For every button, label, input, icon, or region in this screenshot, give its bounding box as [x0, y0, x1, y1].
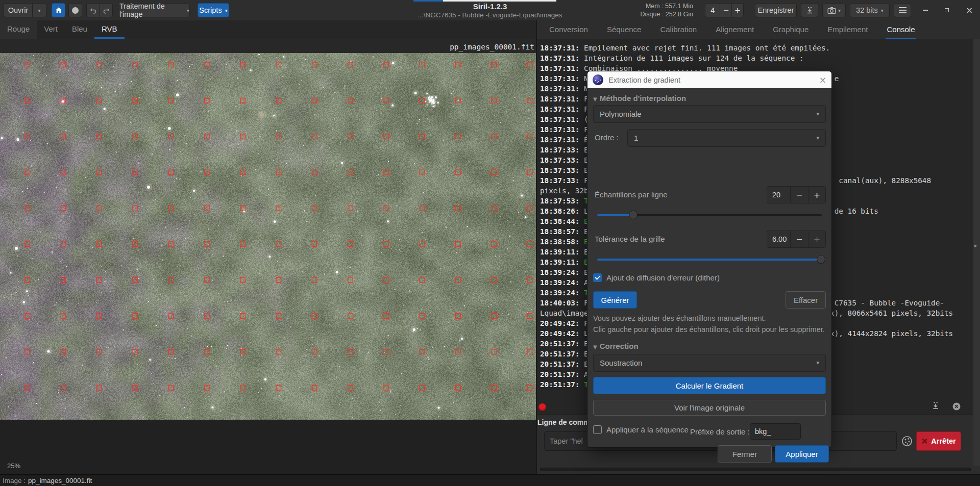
samples-help-line2: Clic gauche pour ajouter des échantillon… [593, 325, 825, 334]
tolerance-increment-button[interactable]: + [808, 231, 825, 247]
clear-samples-button[interactable]: Effacer [786, 291, 826, 309]
image-canvas[interactable] [0, 53, 536, 420]
image-area-background [0, 420, 536, 474]
prefix-input[interactable] [750, 423, 801, 440]
tab-bleu[interactable]: Bleu [65, 20, 94, 39]
open-button[interactable]: Ouvrir [4, 3, 32, 17]
correction-select[interactable]: Soustraction ▾ [593, 354, 826, 372]
expander-icon: ▼ [593, 96, 597, 102]
home-button[interactable] [52, 3, 65, 17]
samples-decrement-button[interactable]: − [790, 187, 807, 203]
save-as-button[interactable] [801, 3, 818, 17]
interpolation-select[interactable]: Polynomiale ▾ [593, 105, 826, 123]
tab-vert[interactable]: Vert [37, 20, 65, 39]
dither-checkbox[interactable] [593, 273, 602, 282]
clear-console-button[interactable] [950, 400, 963, 413]
tab-console[interactable]: Console [886, 20, 916, 39]
interpolation-section-header[interactable]: ▼Méthode d'interpolation [593, 94, 686, 103]
chevron-down-icon: ▾ [816, 135, 819, 141]
interpolation-value: Polynomiale [600, 110, 642, 118]
dialog-apply-button[interactable]: Appliquer [775, 445, 829, 463]
threads-spinner[interactable]: 4 − + [705, 3, 744, 17]
statusbar-image-label: Image : [3, 477, 26, 484]
dialog-titlebar[interactable]: Extraction de gradient × [587, 71, 831, 88]
expand-panel-icon: ▸ [974, 242, 977, 249]
stop-button-label: Arrêter [931, 437, 955, 445]
bit-depth-button[interactable]: 32 bits ▾ [850, 3, 890, 17]
view-original-button[interactable]: Voir l'image originale [593, 400, 826, 416]
order-select[interactable]: 1 ▾ [627, 129, 826, 147]
samples-slider[interactable] [597, 214, 822, 216]
generate-samples-button[interactable]: Générer [593, 291, 637, 309]
correction-section-header[interactable]: ▼Correction [593, 342, 639, 350]
close-window-button[interactable]: × [962, 3, 977, 17]
tab-alignement[interactable]: Alignement [715, 20, 755, 39]
stop-x-icon [921, 438, 927, 444]
correction-value: Soustraction [600, 359, 642, 367]
tolerance-decrement-button[interactable]: − [790, 231, 807, 247]
tolerance-slider[interactable] [597, 259, 822, 261]
statusbar: Image : pp_images_00001.fit [0, 474, 980, 486]
scripts-menu-button[interactable]: Scripts ▾ [198, 3, 229, 17]
command-help-button[interactable] [900, 434, 914, 448]
samples-slider-knob[interactable] [629, 211, 638, 219]
channel-tabbar: RougeVertBleuRVB [0, 20, 536, 39]
console-line: 18:37:31: Empilement avec rejet fini. 11… [540, 43, 975, 53]
hamburger-icon [899, 7, 906, 8]
record-button[interactable] [68, 3, 82, 17]
order-label: Ordre : [595, 133, 619, 142]
tolerance-value: 6.00 [767, 231, 790, 247]
tab-conversion[interactable]: Conversion [548, 20, 589, 39]
apply-sequence-row[interactable]: Appliquer à la séquence [593, 425, 689, 434]
samples-increment-button[interactable]: + [808, 187, 825, 203]
undo-button[interactable] [86, 3, 100, 17]
tab-graphique[interactable]: Graphique [772, 20, 810, 39]
chevron-down-icon: ▾ [187, 8, 189, 13]
save-button[interactable]: Enregistrer [755, 3, 797, 17]
minimize-button[interactable] [918, 3, 933, 17]
statusbar-image-value: pp_images_00001.fit [28, 477, 92, 484]
stop-button[interactable]: Arrêter [916, 431, 961, 451]
panel-splitter-handle[interactable]: ▸ [973, 39, 980, 466]
redo-icon [102, 6, 110, 14]
window-title: Siril-1.2.3 [388, 2, 592, 11]
threads-value: 4 [705, 4, 720, 17]
restore-button[interactable] [939, 3, 954, 17]
dialog-close-button[interactable]: Fermer [718, 445, 772, 463]
dialog-title: Extraction de gradient [608, 76, 680, 84]
open-options-button[interactable]: ▾ [32, 3, 46, 17]
image-processing-label: Traitement de l'image [119, 2, 184, 18]
tab-sequence[interactable]: Séquence [606, 20, 643, 39]
apply-sequence-label: Appliquer à la séquence [606, 425, 689, 434]
hamburger-menu-button[interactable] [894, 3, 911, 17]
dither-checkbox-row[interactable]: Ajout de diffusion d'erreur (dither) [593, 273, 720, 282]
console-line: 18:37:31: Intégration de 111 images sur … [540, 53, 975, 63]
tolerance-slider-knob[interactable] [817, 255, 825, 264]
samples-label: Échantillons par ligne [595, 190, 668, 199]
tab-calibration[interactable]: Calibration [659, 20, 698, 39]
working-directory: ...\NGC7635 - Bubble -Evoguide-Lquad\ima… [388, 11, 592, 19]
threads-decrement-button[interactable]: − [720, 4, 731, 17]
samples-spinbox[interactable]: 20 − + [767, 186, 826, 203]
status-led [538, 403, 546, 411]
export-log-button[interactable] [929, 400, 942, 412]
tab-empilement[interactable]: Empilement [826, 20, 869, 39]
image-filename-label: pp_images_00001.fit [450, 43, 534, 51]
snapshot-button[interactable]: ▾ [822, 3, 846, 17]
record-icon [72, 7, 79, 14]
tolerance-spinbox[interactable]: 6.00 − + [767, 231, 826, 248]
camera-icon [827, 7, 836, 14]
chevron-down-icon: ▾ [816, 360, 819, 366]
chevron-down-icon: ▾ [838, 8, 841, 13]
redo-button[interactable] [100, 3, 113, 17]
apply-sequence-checkbox[interactable] [593, 425, 602, 434]
compute-gradient-button[interactable]: Calculer le Gradient [593, 377, 826, 394]
tab-rouge[interactable]: Rouge [0, 20, 37, 39]
dialog-close-icon[interactable]: × [819, 75, 826, 85]
save-as-icon [805, 6, 814, 15]
zoom-level-label: 25% [7, 462, 20, 470]
image-processing-menu-button[interactable]: Traitement de l'image ▾ [119, 3, 190, 17]
order-value: 1 [634, 134, 638, 142]
tab-rvb[interactable]: RVB [94, 20, 125, 39]
threads-increment-button[interactable]: + [731, 4, 743, 17]
